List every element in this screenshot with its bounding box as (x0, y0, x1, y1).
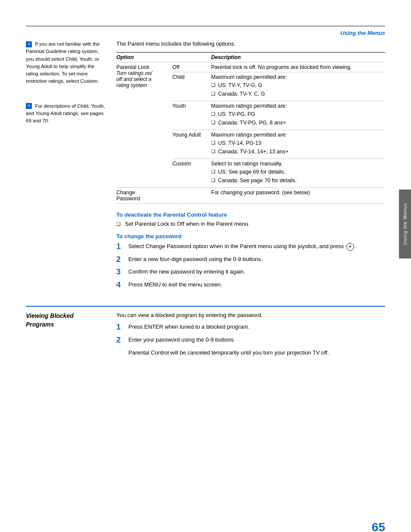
table-header-value (172, 53, 211, 62)
viewing-step-1: 1 Press ENTER when tuned to a blocked pr… (116, 323, 385, 332)
viewing-step-number-1: 1 (116, 323, 128, 332)
bullet-item: Canada: TV-Y, C, G (211, 90, 382, 98)
step-text-3: Confirm the new password by entering it … (128, 268, 385, 276)
viewing-blocked-title: Viewing Blocked Programs (26, 312, 106, 329)
table-row: ChangePassword For changing your passwor… (116, 188, 385, 204)
header-title: Using the Menus (340, 30, 385, 36)
side-tab: Using the Menus (399, 190, 411, 258)
step-number-1: 1 (116, 242, 128, 252)
step-item-3: 3 Confirm the new password by entering i… (116, 268, 385, 277)
option-parental-lock: Parental Lock (116, 64, 149, 70)
page-number: 65 (372, 520, 385, 532)
password-steps-list: 1 Select Change Password option when in … (116, 242, 385, 289)
right-content: The Parent menu includes the following o… (112, 40, 385, 293)
custom-bullets: US: See page 69 for details. Canada: See… (211, 168, 382, 185)
table-cell-value-child: Child (172, 72, 211, 101)
bullet-item: Canada: TV-PG, PG, 8 ans+ (211, 118, 382, 127)
intro-text: The Parent menu includes the following o… (116, 40, 385, 47)
section-divider (26, 306, 385, 307)
deactivate-heading: To deactivate the Parental Control featu… (116, 212, 385, 218)
table-cell-value-youngadult: Young Adult (172, 130, 211, 159)
table-cell-value-password (172, 188, 211, 204)
viewing-step-text-2: Enter your password using the 0-9 button… (128, 336, 385, 344)
table-header-option: Option (116, 53, 172, 62)
viewing-step-number-2: 2 (116, 336, 128, 345)
bullet-item: US: TV-14, PG-13 (211, 139, 382, 147)
youngadult-bullets: US: TV-14, PG-13 Canada: TV-14, 14+, 13 … (211, 139, 382, 156)
bullet-item: Canada: TV-14, 14+, 13 ans+ (211, 147, 382, 156)
left-sidebar: If you are not familiar with the Parenta… (26, 40, 112, 293)
bullet-icon: ❑ (116, 221, 125, 227)
option-change-password: ChangePassword (116, 188, 172, 204)
bullet-item: US: TV-Y, TV-G, G (211, 81, 382, 90)
viewing-note: Parental Control will be canceled tempor… (128, 348, 385, 357)
options-table: Option Description Parental Lock Turn ra… (116, 52, 385, 204)
sidebar-note-1-text: If you are not familiar with the Parenta… (26, 41, 100, 84)
child-bullets: US: TV-Y, TV-G, G Canada: TV-Y, C, G (211, 81, 382, 98)
step-text-4: Press MENU to exit the menu screen. (128, 280, 385, 289)
page-container: Using the Menus If you are not familiar … (0, 26, 411, 532)
table-row: Parental Lock Turn ratings on/off and se… (116, 62, 385, 72)
table-cell-desc-child: Maximum ratings permitted are: US: TV-Y,… (211, 72, 385, 101)
table-header-description: Description (211, 53, 385, 62)
step-text-1: Select Change Password option when in th… (128, 242, 385, 251)
viewing-blocked-section: Viewing Blocked Programs You can view a … (0, 312, 411, 357)
table-cell-desc-custom: Select to set ratings manually. US: See … (211, 159, 385, 188)
table-cell-value-custom: Custom (172, 159, 211, 188)
step-number-3: 3 (116, 268, 128, 277)
viewing-step-text-1: Press ENTER when tuned to a blocked prog… (128, 323, 385, 331)
info-icon-1 (26, 41, 32, 47)
deactivate-step: ❑ Set Parental Lock to Off when in the P… (116, 221, 385, 227)
viewing-right: You can view a blocked program by enteri… (112, 312, 385, 357)
table-cell-desc-youngadult: Maximum ratings permitted are: US: TV-14… (211, 130, 385, 159)
step-item-1: 1 Select Change Password option when in … (116, 242, 385, 252)
bullet-item: US: TV-PG, PG (211, 110, 382, 118)
step-item-2: 2 Enter a new four-digit password using … (116, 255, 385, 264)
table-cell-value-youth: Youth (172, 101, 211, 130)
sidebar-note-2: For descriptions of Child, Youth, and Yo… (26, 103, 106, 125)
viewing-left: Viewing Blocked Programs (26, 312, 112, 357)
bullet-item: US: See page 69 for details. (211, 168, 382, 176)
youth-bullets: US: TV-PG, PG Canada: TV-PG, PG, 8 ans+ (211, 110, 382, 127)
viewing-steps-list: 1 Press ENTER when tuned to a blocked pr… (116, 323, 385, 345)
table-cell-desc-password: For changing your password. (see below) (211, 188, 385, 204)
step-item-4: 4 Press MENU to exit the menu screen. (116, 280, 385, 290)
table-cell-desc-off: Parental lock is off. No programs are bl… (211, 62, 385, 72)
step-number-2: 2 (116, 255, 128, 264)
info-icon-2 (26, 103, 32, 109)
main-content: If you are not familiar with the Parenta… (0, 40, 411, 293)
table-cell-desc-youth: Maximum ratings permitted are: US: TV-PG… (211, 101, 385, 130)
table-cell-value-off: Off (172, 62, 211, 72)
sidebar-note-1: If you are not familiar with the Parenta… (26, 40, 106, 85)
bullet-item: Canada: See page 70 for details. (211, 176, 382, 185)
step-text-2: Enter a new four-digit password using th… (128, 255, 385, 264)
viewing-intro: You can view a blocked program by enteri… (116, 312, 385, 318)
side-tab-text: Using the Menus (402, 203, 408, 245)
option-sublabel: Turn ratings on/off and select arating s… (116, 70, 152, 88)
deactivate-step-text: Set Parental Lock to Off when in the Par… (125, 221, 250, 227)
viewing-step-2: 2 Enter your password using the 0-9 butt… (116, 336, 385, 345)
step-number-4: 4 (116, 280, 128, 290)
joystick-icon (346, 243, 354, 251)
password-heading: To change the password (116, 233, 385, 240)
header-area: Using the Menus (0, 26, 411, 36)
sidebar-note-2-text: For descriptions of Child, Youth, and Yo… (26, 103, 105, 124)
